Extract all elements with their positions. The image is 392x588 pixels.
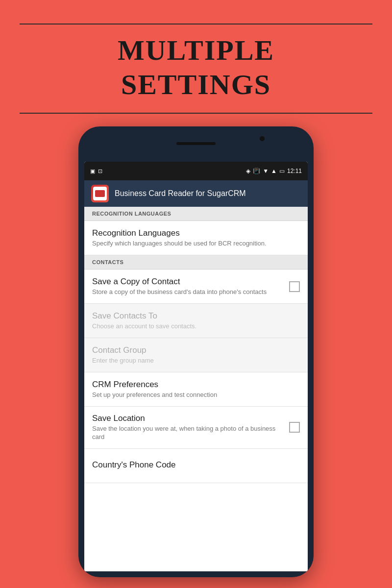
settings-item-recognition-languages-title: Recognition Languages bbox=[92, 228, 300, 238]
settings-item-contact-group-subtitle: Enter the group name bbox=[92, 357, 300, 365]
settings-item-save-contacts-to-content: Save Contacts To Choose an account to sa… bbox=[92, 311, 300, 331]
battery-icon: ▭ bbox=[279, 168, 285, 174]
top-decorative-line bbox=[20, 24, 372, 24]
app-bar-title: Business Card Reader for SugarCRM bbox=[115, 189, 246, 198]
settings-item-save-contacts-to-subtitle: Choose an account to save contacts. bbox=[92, 322, 300, 331]
settings-item-crm-preferences-title: CRM Preferences bbox=[92, 380, 300, 390]
settings-item-contact-group-content: Contact Group Enter the group name bbox=[92, 345, 300, 365]
settings-list: RECOGNITION LANGUAGES Recognition Langua… bbox=[84, 207, 308, 571]
notification-icon-1: ▣ bbox=[90, 168, 95, 174]
time-display: 12:11 bbox=[287, 168, 302, 174]
section-header-recognition: RECOGNITION LANGUAGES bbox=[84, 207, 308, 221]
settings-item-crm-preferences-subtitle: Set up your preferences and test connect… bbox=[92, 391, 300, 399]
settings-item-recognition-languages[interactable]: Recognition Languages Specify which lang… bbox=[84, 221, 308, 255]
settings-item-country-phone-code-title: Country's Phone Code bbox=[92, 460, 300, 470]
app-bar: Business Card Reader for SugarCRM bbox=[84, 180, 308, 207]
signal-icon: ▼ bbox=[263, 168, 269, 174]
phone-screen: ▣ ⊡ ◈ 📳 ▼ ▲ ▭ 12:11 bbox=[84, 162, 308, 571]
settings-item-save-copy-content: Save a Copy of Contact Store a copy of t… bbox=[92, 277, 283, 296]
status-bar: ▣ ⊡ ◈ 📳 ▼ ▲ ▭ 12:11 bbox=[84, 162, 308, 180]
app-icon bbox=[91, 185, 109, 202]
notification-icon-2: ⊡ bbox=[98, 168, 102, 174]
settings-item-save-copy-subtitle: Store a copy of the business card's data… bbox=[92, 288, 283, 296]
location-icon: ◈ bbox=[246, 168, 250, 174]
settings-item-save-contacts-to-title: Save Contacts To bbox=[92, 311, 300, 321]
phone-mockup: ▣ ⊡ ◈ 📳 ▼ ▲ ▭ 12:11 bbox=[78, 126, 314, 577]
status-right-icons: ◈ 📳 ▼ ▲ ▭ 12:11 bbox=[246, 168, 302, 174]
settings-item-save-location-content: Save Location Save the location you were… bbox=[92, 414, 283, 441]
settings-item-recognition-languages-subtitle: Specify which languages should be used f… bbox=[92, 240, 300, 248]
settings-item-country-phone-code-content: Country's Phone Code bbox=[92, 460, 300, 471]
wifi-icon: ▲ bbox=[271, 168, 277, 174]
settings-item-crm-preferences[interactable]: CRM Preferences Set up your preferences … bbox=[84, 372, 308, 407]
page-title: Multiple settings bbox=[0, 33, 392, 101]
settings-item-save-location[interactable]: Save Location Save the location you were… bbox=[84, 407, 308, 449]
settings-item-crm-preferences-content: CRM Preferences Set up your preferences … bbox=[92, 380, 300, 399]
save-copy-checkbox[interactable] bbox=[289, 281, 300, 292]
settings-item-save-location-title: Save Location bbox=[92, 414, 283, 423]
phone-camera bbox=[260, 136, 265, 141]
save-location-checkbox[interactable] bbox=[289, 422, 300, 433]
settings-item-save-copy[interactable]: Save a Copy of Contact Store a copy of t… bbox=[84, 270, 308, 304]
bottom-decorative-line bbox=[20, 113, 372, 114]
settings-item-save-contacts-to: Save Contacts To Choose an account to sa… bbox=[84, 304, 308, 338]
section-header-contacts: CONTACTS bbox=[84, 255, 308, 270]
settings-item-save-location-subtitle: Save the location you were at, when taki… bbox=[92, 425, 283, 441]
settings-item-contact-group-title: Contact Group bbox=[92, 345, 300, 355]
settings-item-save-copy-title: Save a Copy of Contact bbox=[92, 277, 283, 287]
settings-item-recognition-languages-content: Recognition Languages Specify which lang… bbox=[92, 228, 300, 248]
settings-item-contact-group: Contact Group Enter the group name bbox=[84, 338, 308, 372]
status-left-icons: ▣ ⊡ bbox=[90, 168, 102, 174]
vibrate-icon: 📳 bbox=[253, 168, 260, 174]
phone-speaker bbox=[176, 142, 216, 145]
settings-item-country-phone-code[interactable]: Country's Phone Code bbox=[84, 449, 308, 483]
